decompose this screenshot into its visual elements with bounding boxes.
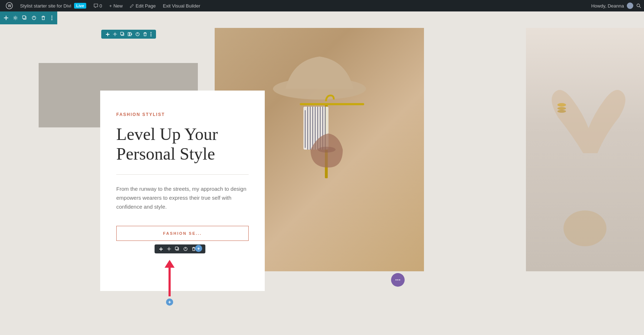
new-text: New (113, 3, 123, 9)
svg-text:W: W (8, 4, 11, 8)
module-add-button[interactable] (159, 247, 163, 251)
site-name-link[interactable]: Stylist starter site for Divi Live (17, 0, 89, 11)
arrow-head (165, 260, 175, 268)
svg-point-19 (151, 34, 152, 35)
admin-bar-right: Howdy, Deanna (591, 3, 641, 9)
svg-point-18 (151, 32, 152, 33)
comment-count-text: 0 (99, 3, 102, 9)
svg-rect-16 (131, 34, 132, 35)
svg-point-43 (557, 107, 566, 110)
plus-icon (4, 15, 9, 20)
page-content: FASHION STYLIST Level Up Your Personal S… (0, 24, 644, 335)
title-divider (116, 174, 249, 175)
duplicate-button[interactable] (22, 14, 27, 22)
gear-icon (13, 15, 18, 20)
svg-point-4 (15, 17, 16, 19)
svg-rect-30 (300, 103, 364, 105)
live-badge: Live (74, 3, 86, 9)
hero-eyebrow: FASHION STYLIST (116, 112, 249, 117)
svg-point-42 (557, 103, 566, 107)
side-photo-svg (526, 28, 644, 271)
wp-logo-link[interactable]: W (3, 0, 16, 11)
delete-button[interactable] (41, 14, 46, 22)
row-disable-button[interactable] (135, 32, 140, 37)
svg-point-9 (52, 18, 53, 19)
exit-builder-link[interactable]: Exit Visual Builder (160, 0, 203, 11)
module-inline-add-button[interactable]: + (195, 245, 202, 252)
user-avatar[interactable] (627, 3, 633, 9)
fashion-photo-svg (257, 31, 382, 182)
arrow-annotation: + (165, 261, 175, 306)
hero-side-image-inner (526, 28, 644, 271)
add-section-button[interactable] (4, 14, 9, 22)
svg-rect-14 (128, 33, 130, 36)
hero-content-card: FASHION STYLIST Level Up Your Personal S… (100, 91, 265, 291)
hero-title: Level Up Your Personal Style (116, 124, 249, 164)
search-icon[interactable] (636, 3, 641, 8)
new-label: + (109, 3, 112, 9)
svg-rect-13 (121, 32, 123, 35)
row-more-button[interactable] (150, 32, 152, 37)
svg-point-8 (52, 16, 53, 17)
row-settings-button[interactable] (113, 32, 117, 37)
module-disable-button[interactable] (183, 247, 188, 251)
module-settings-button[interactable] (167, 247, 171, 251)
svg-point-47 (397, 280, 399, 281)
more-icon (51, 15, 53, 20)
power-icon (31, 15, 36, 20)
duplicate-icon (22, 15, 27, 20)
cta-button[interactable]: FASHION SE... (116, 226, 249, 241)
svg-point-2 (637, 4, 640, 7)
module-duplicate-button[interactable] (175, 247, 180, 251)
svg-point-10 (52, 19, 53, 20)
trash-icon (41, 15, 46, 20)
svg-point-20 (151, 35, 152, 37)
arrow-plus-button[interactable]: + (166, 298, 173, 306)
svg-point-46 (396, 280, 397, 281)
svg-line-3 (639, 6, 641, 8)
comments-link[interactable]: 0 (91, 0, 105, 11)
svg-rect-15 (130, 33, 131, 36)
howdy-text: Howdy, Deanna (591, 3, 624, 9)
wp-logo-icon: W (6, 2, 13, 9)
svg-point-21 (168, 248, 170, 250)
svg-point-45 (564, 210, 606, 246)
svg-point-11 (114, 33, 116, 35)
settings-button[interactable] (13, 14, 18, 22)
admin-bar: W Stylist starter site for Divi Live 0 +… (0, 0, 644, 11)
svg-rect-23 (175, 247, 178, 249)
row-toolbar (101, 30, 156, 39)
svg-rect-6 (23, 16, 25, 19)
svg-point-48 (399, 280, 400, 281)
arrow-stem (169, 268, 171, 296)
row-trash-button[interactable] (143, 32, 147, 37)
new-content-link[interactable]: + New (106, 0, 126, 11)
row-add-button[interactable] (106, 32, 110, 37)
edit-page-text: Edit Page (136, 3, 156, 9)
edit-icon (130, 4, 134, 8)
svg-point-41 (318, 147, 336, 152)
row-columns-button[interactable] (128, 32, 132, 37)
svg-point-44 (557, 110, 566, 113)
divi-builder-toolbar (0, 11, 57, 24)
comment-icon (93, 3, 98, 8)
ellipsis-icon (395, 277, 401, 283)
more-actions-button[interactable] (391, 273, 405, 287)
disable-button[interactable] (31, 14, 36, 22)
site-name-text: Stylist starter site for Divi (20, 3, 71, 9)
more-options-button[interactable] (50, 14, 54, 22)
exit-builder-text: Exit Visual Builder (163, 3, 200, 9)
hero-description: From the runway to the streets, my appro… (116, 185, 249, 211)
row-duplicate-button[interactable] (120, 32, 125, 37)
edit-page-link[interactable]: Edit Page (127, 0, 158, 11)
hero-side-image (526, 28, 644, 271)
